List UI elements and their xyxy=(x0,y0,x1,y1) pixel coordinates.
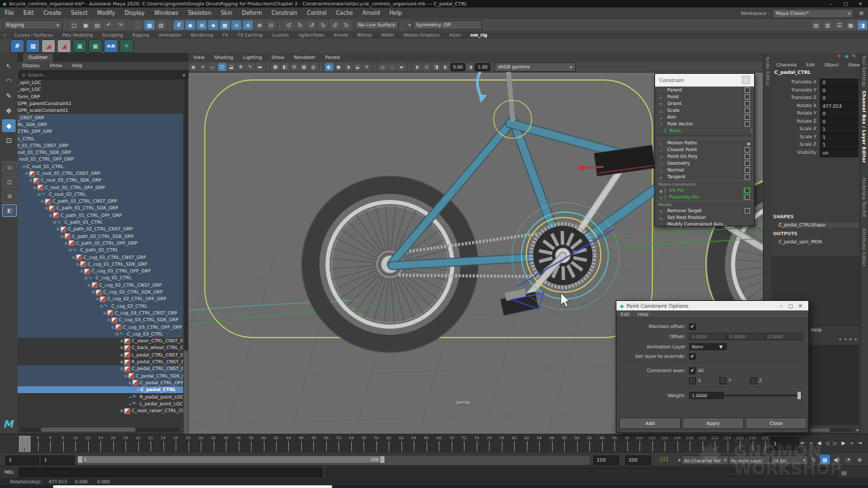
outliner-item-C_path_01_CTRL_CNST_GRP[interactable]: ⊟C_path_01_CTRL_CNST_GRP xyxy=(18,198,183,205)
channel-label[interactable]: Scale X xyxy=(772,126,816,131)
viewport-toolbar-icon-14[interactable]: ● xyxy=(334,63,343,71)
tab-modeling-toolkit[interactable]: Modeling Toolkit xyxy=(862,178,867,218)
menu-set-dropdown[interactable]: Rigging ▼ xyxy=(3,20,62,30)
anim-layer-dropdown[interactable]: No Anim Layer xyxy=(728,455,770,465)
tree-expander-icon[interactable]: ⊟ xyxy=(95,297,100,301)
menu-modify[interactable]: Modify xyxy=(92,10,120,16)
menu-skeleton[interactable]: Skeleton xyxy=(183,10,216,16)
tree-expander-icon[interactable]: ⊟ xyxy=(22,165,26,169)
workspace-dropdown[interactable]: Maya Classic* ▼ xyxy=(772,9,854,18)
dialog-minimize-button[interactable]: – xyxy=(776,303,786,309)
exposure-field[interactable]: 0.00 xyxy=(450,63,465,71)
tree-expander-icon[interactable]: ⊞ xyxy=(119,409,124,413)
viewport-toolbar-icon-23[interactable]: ◨ xyxy=(432,63,441,71)
snap-magnet-icon[interactable]: ⊛ xyxy=(243,20,253,30)
constrain-item-normal[interactable]: ⊥Normal xyxy=(655,167,754,174)
select-component-icon[interactable]: ▧ xyxy=(156,20,166,30)
playback-start-field[interactable]: 1 xyxy=(41,455,75,465)
viewport-toolbar-icon-7[interactable]: ▬ xyxy=(256,63,264,71)
menu-edit[interactable]: Edit xyxy=(616,312,634,317)
snap-curve-icon[interactable]: ◉ xyxy=(185,20,195,30)
tree-expander-icon[interactable]: ⊟ xyxy=(24,171,29,176)
step-back-key-button[interactable]: « xyxy=(807,436,815,449)
selected-object-name[interactable]: C_pedal_CTRL xyxy=(774,70,811,75)
constrain-item-point[interactable]: +Point xyxy=(655,94,754,100)
channel-label[interactable]: Translate Z xyxy=(772,95,816,100)
tree-expander-icon[interactable]: ⊟ xyxy=(56,227,60,231)
channel-value-field[interactable]: 477.013 xyxy=(820,102,859,110)
outliner-item-_spin_LOC[interactable]: _spin_LOC xyxy=(18,79,183,86)
history-6-icon[interactable]: ↻ xyxy=(341,20,351,30)
animation-layer-dropdown[interactable]: None xyxy=(689,343,717,350)
shelf-tab-animation[interactable]: Animation xyxy=(154,33,186,38)
weight-slider[interactable] xyxy=(725,394,801,396)
menu-deform[interactable]: Deform xyxy=(237,10,267,16)
outliner-search-input[interactable]: ≡ Search... ▼ xyxy=(19,70,189,79)
chevron-down-icon[interactable]: ▼ xyxy=(715,343,727,350)
scrollbar-thumb[interactable] xyxy=(184,350,188,442)
tab-node-editor[interactable]: Node Editor xyxy=(766,57,770,86)
menu-select[interactable]: Select xyxy=(66,10,92,16)
panel-fwd-icon[interactable]: ▸ xyxy=(850,336,852,341)
outliner-item-C_root_02_CTRL_OFF_GRP[interactable]: ⊟C_root_02_CTRL_OFF_GRP xyxy=(18,184,183,190)
time-slider-track[interactable]: 1 24681012141618202224262830323436384042… xyxy=(19,435,766,452)
outliner-item-t_01_CTRL_CNST_GRP[interactable]: t_01_CTRL_CNST_GRP xyxy=(18,142,183,149)
lasso-tool[interactable]: ◠ xyxy=(2,75,16,87)
history-4-icon[interactable]: ↻ xyxy=(318,20,328,30)
tab-tool-settings[interactable]: Tool Settings xyxy=(862,56,867,87)
tree-expander-icon[interactable]: ⊟ xyxy=(127,381,132,385)
outliner-item-C_path_01_CTRL_SDK_GRP[interactable]: ⊟C_path_01_CTRL_SDK_GRP xyxy=(18,205,183,211)
new-scene-icon[interactable]: □ xyxy=(69,20,79,30)
option-box-icon[interactable] xyxy=(745,167,750,173)
outliner-item-C_root_02_CTRL_SDK_GRP[interactable]: ⊟C_root_02_CTRL_SDK_GRP xyxy=(18,177,183,184)
constrain-item-proximity-pin[interactable]: ◎[Proximity Pin] xyxy=(655,194,754,201)
outliner-item-GPR_scaleConstraint1[interactable]: GPR_scaleConstraint1 xyxy=(18,107,183,114)
shelf-panel2-button[interactable]: ▣ xyxy=(88,39,102,53)
viewport-toolbar-icon-20[interactable]: ▰ xyxy=(397,63,406,71)
tree-expander-icon[interactable]: ⊟ xyxy=(136,388,140,392)
shelf-options-icon[interactable]: ◦ xyxy=(0,43,9,49)
tree-expander-icon[interactable]: ⊟ xyxy=(68,248,73,252)
constrain-item-scale[interactable]: ◱Scale xyxy=(655,107,754,114)
channel-label[interactable]: Visibility xyxy=(772,150,816,155)
maintain-offset-checkbox[interactable]: ✔ xyxy=(689,323,696,330)
viewport-toolbar-icon-12[interactable]: ◍ xyxy=(309,63,318,71)
channel-label[interactable]: Rotate Y xyxy=(772,110,816,116)
maximize-button[interactable]: ▢ xyxy=(838,1,853,7)
render-view-icon[interactable]: ▤ xyxy=(811,20,821,30)
menu-display[interactable]: Display xyxy=(120,10,150,16)
select-tool[interactable]: ↖ xyxy=(2,60,16,73)
shelf-panel-button[interactable]: ▣ xyxy=(73,39,87,53)
history-2-icon[interactable]: ↻ xyxy=(295,20,305,30)
outliner-item-C_path_01_CTRL[interactable]: ⊟∿C_path_01_CTRL xyxy=(18,219,183,226)
tree-expander-icon[interactable]: ⊟ xyxy=(102,311,107,315)
tree-expander-icon[interactable]: ⊟ xyxy=(87,283,92,287)
option-box-icon[interactable] xyxy=(745,208,750,214)
render-current-icon[interactable]: ▥ xyxy=(823,20,833,30)
menu-help[interactable]: Help xyxy=(384,10,406,16)
lock-selection-icon[interactable]: ⊠ xyxy=(254,20,264,30)
shelf-tab-motion-graphics[interactable]: Motion Graphics xyxy=(399,33,444,38)
outliner-item-C_path_02_CTRL_SDK_GRP[interactable]: ⊟C_path_02_CTRL_SDK_GRP xyxy=(18,233,183,240)
outliner-item-C_cog_03_CTRL_SDK_GRP[interactable]: ⊟C_cog_03_CTRL_SDK_GRP xyxy=(18,317,183,323)
hybrid-manip-icon[interactable]: ✎ xyxy=(850,54,858,59)
outliner-item-C_back_wheel_CTRL_CNST_GRP[interactable]: ⊞C_back_wheel_CTRL_CNST_GRP xyxy=(18,344,183,351)
snap-grid-icon[interactable]: # xyxy=(174,20,184,30)
viewport-toolbar-icon-15[interactable]: ◑ xyxy=(344,63,353,71)
offset-x-field[interactable]: 0.0000 xyxy=(689,333,727,340)
shelf-tab-arnold[interactable]: Arnold xyxy=(329,33,353,38)
option-box-icon[interactable] xyxy=(745,154,750,159)
tree-expander-icon[interactable]: ⊟ xyxy=(52,220,57,224)
axis-y-checkbox[interactable] xyxy=(719,378,726,384)
open-scene-icon[interactable]: ▣ xyxy=(81,20,91,30)
menu-edit[interactable]: Edit xyxy=(18,10,39,16)
snap-view-plane-icon[interactable]: ▦ xyxy=(220,20,230,30)
outliner-item-GPR_parentConstraint1[interactable]: GPR_parentConstraint1 xyxy=(18,100,183,107)
snap-point-icon[interactable]: ⊞ xyxy=(197,20,207,30)
constrain-item-pole-vector[interactable]: ↗Pole Vector xyxy=(655,121,754,127)
close-icon[interactable] xyxy=(742,76,750,84)
set-layer-checkbox[interactable]: ✔ xyxy=(689,353,696,360)
range-start-handle[interactable] xyxy=(78,456,82,463)
channel-box-menu-channels[interactable]: Channels xyxy=(772,62,802,68)
sidebar-toggle-icon[interactable]: ◨ xyxy=(857,20,867,30)
